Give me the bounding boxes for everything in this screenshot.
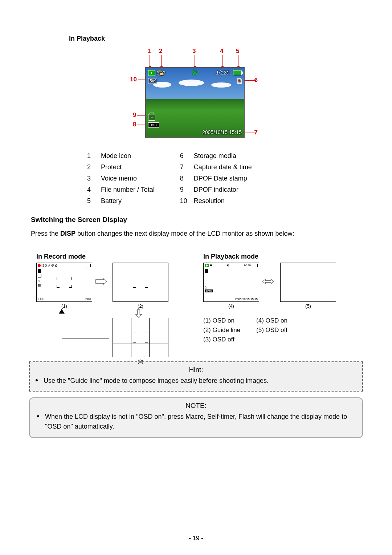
focus-mark-icon: [133, 277, 136, 280]
playback-lcd-5: (5): [280, 263, 336, 309]
callout-2-line: [161, 55, 162, 68]
mini-lcd: [113, 318, 168, 357]
callout-3-line: [195, 55, 195, 68]
battery-icon: [233, 70, 242, 75]
callout-10-line: [138, 80, 146, 80]
dpof-date-stamp: DATE: [148, 122, 159, 127]
record-lcd-2: (2): [113, 263, 168, 309]
legend-label: DPOF indicator: [194, 186, 252, 194]
datetime-mini: 2005/10/15 15:15: [235, 297, 258, 301]
legend-label: File number / Total: [101, 186, 155, 194]
playback-lcd: 𝄊⃝ 🔓︎ 🎤︎ 1/120 5M ⇅ ↘ DATE 2005/10/15 15…: [145, 67, 245, 138]
osd-legend-item: (2) Guide line: [203, 327, 240, 334]
legend-label: DPOF Date stamp: [194, 175, 252, 182]
mini-lcd: ISO ⚡︎ ⏱︎ ✿︎ ☼︎ ▦: [36, 263, 92, 302]
focus-mark-icon: [145, 340, 148, 343]
dpof-arrow-icon: ↘: [150, 116, 153, 119]
callout-1-line: [150, 55, 150, 68]
playback-caption-5: (5): [280, 303, 336, 309]
legend-num: 1: [87, 152, 97, 160]
focus-mark-icon: [145, 285, 148, 288]
heading-in-record-mode: In Record mode: [36, 253, 192, 260]
callout-8-line: [137, 125, 146, 125]
lcd-bottombar: 2005/10/15 15:15: [146, 128, 244, 136]
osd-legend-item: (1) OSD on: [203, 317, 240, 324]
callout-9-line: [137, 115, 146, 116]
file-counter: 1/120: [216, 69, 229, 76]
arrow-up-icon: [57, 305, 66, 317]
display-modes-row: In Record mode ISO ⚡︎ ⏱︎ ✿︎: [36, 248, 363, 357]
note-bullet: When the LCD display is not in "OSD on",…: [37, 412, 355, 432]
legend-num: 5: [87, 197, 97, 205]
dpof-mini-icon: ⎙︎: [205, 286, 207, 289]
callout-4-line: [222, 55, 222, 68]
capture-datetime: 2005/10/15 15:15: [202, 129, 242, 135]
callout-5-num: 5: [236, 48, 239, 55]
manual-page: In Playback 1 2 3 4 5 6 7 8 9 10: [0, 0, 392, 555]
record-lcd-3: (3): [113, 318, 168, 364]
legend-num: 10: [180, 197, 190, 205]
switch-text-post: button changes the next display mode of …: [75, 230, 294, 237]
legend-left-col: 1Mode icon 2Protect 3Voice memo 4File nu…: [87, 152, 155, 205]
record-mode-area: ISO ⚡︎ ⏱︎ ✿︎ ☼︎ ▦: [36, 263, 192, 357]
legend-num: 3: [87, 175, 97, 182]
protect-mini-icon: 🔒︎: [210, 264, 213, 267]
battery-mini-icon: [85, 264, 91, 267]
sd-mini-icon: [38, 269, 41, 273]
exposure-icon: ☼︎: [38, 279, 41, 282]
osd-legend-col2: (4) OSD on (5) OSD off: [256, 317, 287, 343]
focus-mark-icon: [69, 277, 72, 280]
hint-text: Use the "Guide line" mode to compose ima…: [44, 376, 269, 386]
lcd-row2: 5M ⇅: [146, 77, 244, 85]
file-counter-mini: 1/120: [244, 264, 251, 267]
legend-num: 9: [180, 186, 190, 194]
callout-3-num: 3: [192, 48, 196, 55]
record-caption-3: (3): [113, 358, 168, 364]
callout-2-num: 2: [159, 48, 162, 55]
voice-memo-icon: 🎤︎: [192, 69, 198, 77]
switching-paragraph: Press the DISP button changes the next d…: [31, 229, 363, 239]
rec-bottom-row: F4.0 200: [38, 297, 91, 301]
playback-legend: 1Mode icon 2Protect 3Voice memo 4File nu…: [87, 152, 363, 205]
legend-label: Capture date & time: [194, 163, 252, 171]
timer-icon: ⏱︎: [51, 264, 54, 267]
heading-switching: Switching the Screen Display: [31, 216, 363, 224]
rec-side-col: ☼︎ ▦: [38, 269, 41, 287]
sd-arrow-icon: ⇅: [237, 78, 242, 84]
switch-text-pre: Press the: [31, 230, 60, 237]
arrow-bidirectional-icon: [262, 277, 274, 288]
focus-mark-icon: [133, 285, 136, 288]
note-title: NOTE:: [37, 402, 355, 410]
storage-media-icon: ⇅: [237, 78, 242, 84]
legend-right-col: 6Storage media 7Capture date & time 8DPO…: [180, 152, 252, 205]
shots-remaining: 200: [85, 297, 91, 301]
osd-legend-item: (3) OSD off: [203, 336, 240, 343]
playback-lcd-4: 🔒︎ 🎤︎ 1/120 ⎙︎ DATE: [203, 263, 259, 309]
record-caption-2: (2): [113, 303, 168, 309]
note-text: When the LCD display is not in "OSD on",…: [45, 412, 355, 432]
callout-7-line: [243, 133, 256, 133]
guide-line-grid: [113, 318, 168, 357]
legend-num: 7: [180, 163, 190, 171]
mini-lcd: 🔒︎ 🎤︎ 1/120 ⎙︎ DATE: [203, 263, 259, 302]
hint-title: Hint:: [36, 366, 356, 374]
note-box: NOTE: When the LCD display is not in "OS…: [29, 397, 363, 438]
focus-mark-icon: [133, 332, 136, 335]
playback-diagram-container: 1 2 3 4 5 6 7 8 9 10: [94, 49, 298, 140]
lcd-row4: DATE: [146, 122, 244, 128]
iso-label: ISO: [41, 264, 47, 267]
legend-label: Storage media: [194, 152, 252, 160]
focus-mark-icon: [133, 340, 136, 343]
callout-1-num: 1: [147, 48, 151, 55]
wb-icon: [38, 274, 41, 278]
rec-top-row: ISO ⚡︎ ⏱︎ ✿︎: [38, 264, 91, 267]
legend-num: 8: [180, 175, 190, 182]
mini-lcd: [113, 263, 168, 302]
lcd-row3: ↘: [146, 114, 244, 121]
focus-mark-icon: [145, 332, 148, 335]
callout-4-num: 4: [220, 48, 223, 55]
callout-9-num: 9: [133, 112, 136, 119]
legend-label: Battery: [101, 197, 155, 205]
voice-memo-mini-icon: 🎤︎: [226, 264, 229, 267]
focus-mark-icon: [57, 277, 60, 280]
